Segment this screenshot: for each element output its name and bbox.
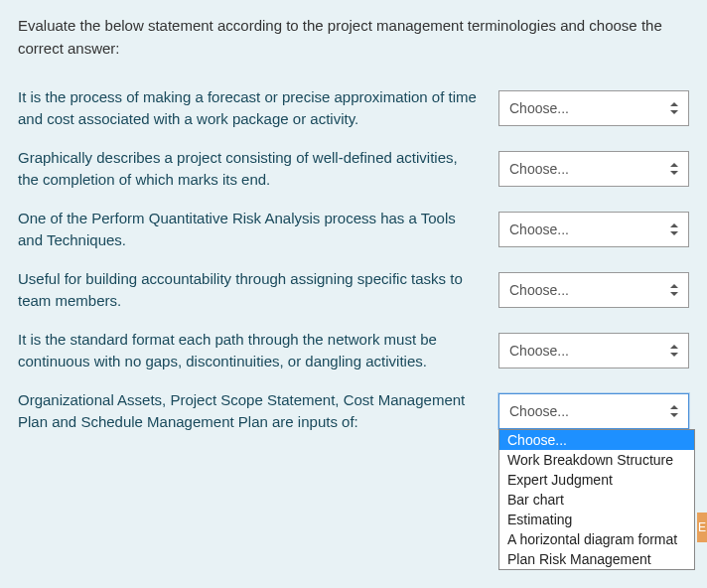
sort-icon — [670, 163, 678, 175]
question-row: It is the process of making a forecast o… — [18, 86, 689, 131]
sort-icon — [670, 223, 678, 235]
question-prompt: It is the process of making a forecast o… — [18, 86, 483, 131]
select-value: Choose... — [509, 161, 569, 177]
answer-select-wrap: Choose... — [498, 272, 689, 308]
answer-select-wrap: Choose... — [498, 333, 689, 368]
question-row: Graphically describes a project consisti… — [18, 147, 689, 192]
answer-select[interactable]: Choose... — [498, 272, 689, 308]
answer-select-wrap: Choose... — [498, 212, 689, 247]
answer-select-wrap: Choose... — [498, 90, 689, 126]
dropdown-option[interactable]: Estimating — [499, 510, 694, 529]
dropdown-option[interactable]: Bar chart — [499, 490, 694, 510]
question-prompt: Graphically describes a project consisti… — [18, 147, 483, 192]
select-value: Choose... — [509, 403, 569, 419]
answer-select[interactable]: Choose... — [498, 151, 689, 187]
select-value: Choose... — [509, 282, 569, 298]
question-row: It is the standard format each path thro… — [18, 329, 689, 373]
select-value: Choose... — [509, 343, 569, 359]
quiz-container: Evaluate the below statement according t… — [0, 0, 707, 434]
dropdown-option[interactable]: Work Breakdown Structure — [499, 450, 694, 470]
question-prompt: It is the standard format each path thro… — [18, 329, 483, 373]
answer-select[interactable]: Choose... — [498, 212, 689, 247]
question-row: One of the Perform Quantitative Risk Ana… — [18, 208, 689, 252]
question-prompt: Organizational Assets, Project Scope Sta… — [18, 389, 483, 434]
select-value: Choose... — [509, 221, 569, 237]
question-prompt: One of the Perform Quantitative Risk Ana… — [18, 208, 483, 252]
answer-select-wrap: Choose... — [498, 151, 689, 187]
sort-icon — [670, 102, 678, 114]
answer-select-wrap: Choose... Choose... Work Breakdown Struc… — [498, 393, 689, 429]
sort-icon — [670, 284, 678, 296]
answer-select[interactable]: Choose... — [498, 90, 689, 126]
dropdown-option[interactable]: Plan Risk Management — [499, 549, 694, 569]
sort-icon — [670, 405, 678, 417]
dropdown-option[interactable]: A horizontal diagram format — [499, 529, 694, 549]
dropdown-option[interactable]: Expert Judgment — [499, 470, 694, 490]
dropdown-list: Choose... Work Breakdown Structure Exper… — [498, 429, 695, 570]
question-row: Organizational Assets, Project Scope Sta… — [18, 389, 689, 434]
instruction-text: Evaluate the below statement according t… — [18, 14, 689, 61]
question-prompt: Useful for building accountability throu… — [18, 268, 483, 313]
select-value: Choose... — [509, 100, 569, 116]
answer-select[interactable]: Choose... — [498, 333, 689, 368]
answer-select[interactable]: Choose... — [498, 393, 689, 429]
question-row: Useful for building accountability throu… — [18, 268, 689, 313]
edge-badge: E — [697, 513, 707, 542]
sort-icon — [670, 345, 678, 357]
dropdown-option[interactable]: Choose... — [499, 430, 694, 450]
